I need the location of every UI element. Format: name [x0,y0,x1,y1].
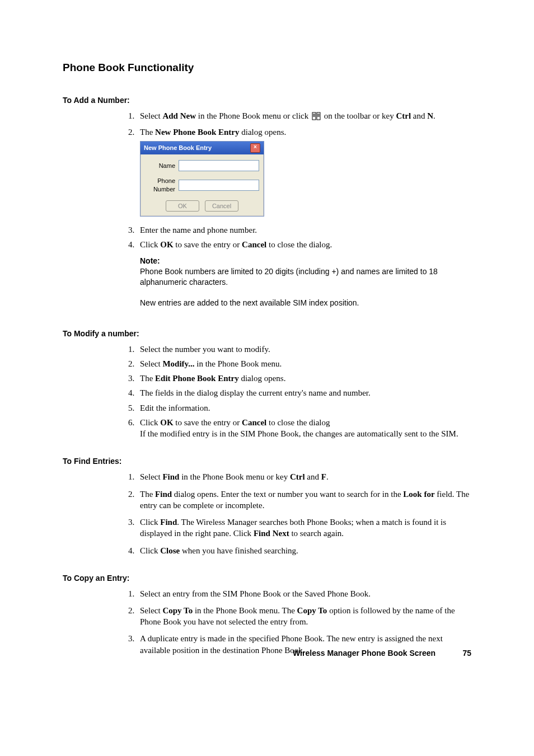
text: in the Phone Book menu or key [179,472,289,481]
text: to save the entry or [174,240,242,249]
dialog-screenshot: New Phone Book Entry × Name Phone Number [140,141,471,217]
note-followup: New entries are added to the next availa… [140,298,471,308]
steps-copy: Select an entry from the SIM Phone Book … [124,588,471,656]
add-step-2: The New Phone Book Entry dialog opens. N… [137,126,471,217]
heading-copy: To Copy an Entry: [63,573,471,584]
add-step-3: Enter the name and phone number. [137,224,471,236]
heading-modify: To Modify a number: [63,328,471,339]
modify-step-3: The Edit Phone Book Entry dialog opens. [137,373,471,384]
text: Select [140,472,162,481]
text-bold: Look for [403,490,434,499]
text: on the toolbar or key [322,111,396,120]
note-block: Note: Phone Book numbers are limited to … [140,256,471,288]
heading-add: To Add a Number: [63,95,471,106]
find-step-2: The Find dialog opens. Enter the text or… [137,489,471,511]
text: . [433,111,435,120]
dialog-body: Name Phone Number OK Cancel [140,154,264,216]
phone-label: Phone Number [145,177,175,194]
copy-step-1: Select an entry from the SIM Phone Book … [137,588,471,599]
note-body: Phone Book numbers are limited to 20 dig… [140,267,438,287]
text-bold: Ctrl [290,472,305,481]
modify-step-1: Select the number you want to modify. [137,344,471,355]
field-phone: Phone Number [145,177,259,194]
text-bold: Cancel [242,240,266,249]
text: dialog opens. [240,128,287,137]
text-bold: Copy To [297,606,327,615]
text-bold: OK [160,418,173,427]
copy-step-2: Select Copy To in the Phone Book menu. T… [137,605,471,628]
text-bold: Find Next [254,529,289,538]
section-add-number: To Add a Number: Select Add New in the P… [63,95,471,308]
text: Click [140,546,160,555]
modify-step-6: Click OK to save the entry or Cancel to … [137,417,471,440]
dialog-titlebar: New Phone Book Entry × [140,142,264,154]
field-name: Name [145,160,259,171]
text: when you have finished searching. [180,546,298,555]
page-content: Phone Book Functionality To Add a Number… [0,0,534,756]
phone-input[interactable] [179,180,259,191]
heading-find: To Find Entries: [63,456,471,467]
steps-modify: Select the number you want to modify. Se… [124,344,471,440]
text: and [411,111,427,120]
text-bold: Close [160,546,180,555]
page-footer: Wireless Manager Phone Book Screen 75 [63,648,471,659]
find-step-3: Click Find. The Wireless Manager searche… [137,516,471,539]
name-input[interactable] [179,160,259,171]
text: to save the entry or [174,418,242,427]
steps-find: Select Find in the Phone Book menu or ke… [124,471,471,556]
section-copy-entry: To Copy an Entry: Select an entry from t… [63,573,471,656]
section-modify-number: To Modify a number: Select the number yo… [63,328,471,440]
text: The [140,374,155,383]
text-bold: Copy To [162,606,193,615]
text: Click [140,518,160,527]
modify-step-5: Edit the information. [137,402,471,414]
modify-step-2: Select Modify... in the Phone Book menu. [137,358,471,369]
text: in the Phone Book menu. The [193,606,297,615]
ok-button[interactable]: OK [166,200,199,212]
text: to search again. [289,529,344,538]
text-bold: New Phone Book Entry [155,128,239,137]
text-bold: N [427,111,433,120]
add-step-1: Select Add New in the Phone Book menu or… [137,110,471,123]
text-bold: Find [160,518,177,527]
text: in the Phone Book menu or click [196,111,311,120]
text-bold: Modify... [162,359,194,368]
find-step-4: Click Close when you have finished searc… [137,545,471,556]
dialog-buttons: OK Cancel [145,199,259,212]
cancel-button[interactable]: Cancel [205,200,238,212]
text-bold: OK [160,240,173,249]
text: . [326,472,329,481]
text-bold: Ctrl [396,111,411,120]
text: to close the dialog [266,418,330,427]
steps-add: Select Add New in the Phone Book menu or… [124,110,471,251]
footer-text: Wireless Manager Phone Book Screen [293,649,435,658]
phonebook-icon [312,112,321,123]
page-title: Phone Book Functionality [63,60,471,75]
text: dialog opens. Enter the text or number y… [172,490,403,499]
text: in the Phone Book menu. [195,359,282,368]
add-step-4: Click OK to save the entry or Cancel to … [137,239,471,250]
text: to close the dialog. [266,240,332,249]
text: Click [140,418,160,427]
find-step-1: Select Find in the Phone Book menu or ke… [137,471,471,482]
text: The [140,490,155,499]
name-label: Name [145,162,175,170]
text: and [305,472,321,481]
section-find-entries: To Find Entries: Select Find in the Phon… [63,456,471,556]
dialog-title-text: New Phone Book Entry [144,144,212,152]
text: If the modified entry is in the SIM Phon… [140,429,458,438]
text: Select [140,111,162,120]
text: dialog opens. [239,374,286,383]
text: The [140,128,155,137]
modify-step-4: The fields in the dialog display the cur… [137,387,471,398]
text: Click [140,240,160,249]
page-number: 75 [438,648,471,659]
text: Select [140,359,162,368]
text-bold: F [321,472,326,481]
text-bold: Edit Phone Book Entry [155,374,239,383]
text-bold: Cancel [242,418,266,427]
note-label: Note: [140,256,471,266]
text-bold: Add New [162,111,196,120]
close-icon[interactable]: × [250,143,260,153]
text: Select [140,606,162,615]
